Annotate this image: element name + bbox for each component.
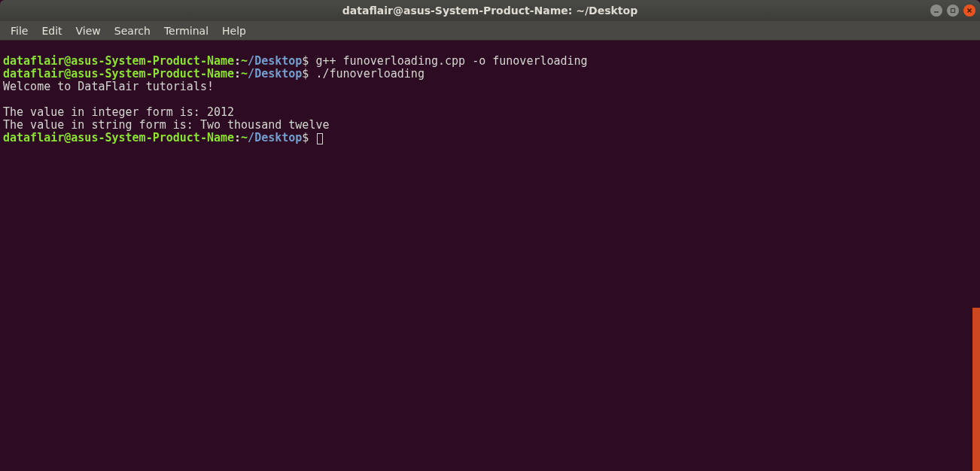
window-title: dataflair@asus-System-Product-Name: ~/De… xyxy=(342,5,638,17)
prompt-line-3: dataflair@asus-System-Product-Name:~/Des… xyxy=(3,131,323,144)
menu-help[interactable]: Help xyxy=(216,23,252,38)
output-line-3: The value in string form is: Two thousan… xyxy=(3,118,329,132)
prompt-path: /Desktop xyxy=(248,67,302,81)
prompt-line-2: dataflair@asus-System-Product-Name:~/Des… xyxy=(3,67,425,81)
prompt-colon: : xyxy=(234,54,241,68)
prompt-path: /Desktop xyxy=(248,54,302,68)
terminal-area[interactable]: dataflair@asus-System-Product-Name:~/Des… xyxy=(0,41,980,471)
titlebar[interactable]: dataflair@asus-System-Product-Name: ~/De… xyxy=(0,0,980,21)
prompt-user: dataflair@asus-System-Product-Name xyxy=(3,67,234,81)
output-line-2: The value in integer form is: 2012 xyxy=(3,105,234,119)
prompt-tilde: ~ xyxy=(241,131,248,144)
menu-view[interactable]: View xyxy=(70,23,107,38)
menu-file[interactable]: File xyxy=(5,23,34,38)
close-button[interactable] xyxy=(963,5,975,17)
svg-rect-1 xyxy=(951,9,955,13)
prompt-user: dataflair@asus-System-Product-Name xyxy=(3,131,234,144)
terminal-window: dataflair@asus-System-Product-Name: ~/De… xyxy=(0,0,980,471)
prompt-colon: : xyxy=(234,67,241,81)
output-line-1: Welcome to DataFlair tutorials! xyxy=(3,80,214,93)
command-1: g++ funoverloading.cpp -o funoverloading xyxy=(309,54,587,68)
maximize-button[interactable] xyxy=(947,5,959,17)
minimize-button[interactable] xyxy=(930,5,942,17)
menu-search[interactable]: Search xyxy=(108,23,157,38)
menu-terminal[interactable]: Terminal xyxy=(158,23,215,38)
prompt-colon: : xyxy=(234,131,241,144)
prompt-line-1: dataflair@asus-System-Product-Name:~/Des… xyxy=(3,54,588,68)
menubar[interactable]: File Edit View Search Terminal Help xyxy=(0,21,980,41)
menu-edit[interactable]: Edit xyxy=(35,23,68,38)
command-3 xyxy=(309,131,315,144)
scrollbar[interactable] xyxy=(972,308,980,471)
prompt-tilde: ~ xyxy=(241,54,248,68)
cursor-icon xyxy=(317,133,323,144)
prompt-user: dataflair@asus-System-Product-Name xyxy=(3,54,234,68)
command-2: ./funoverloading xyxy=(309,67,425,81)
prompt-path: /Desktop xyxy=(248,131,302,144)
window-controls xyxy=(930,5,975,17)
prompt-tilde: ~ xyxy=(241,67,248,81)
